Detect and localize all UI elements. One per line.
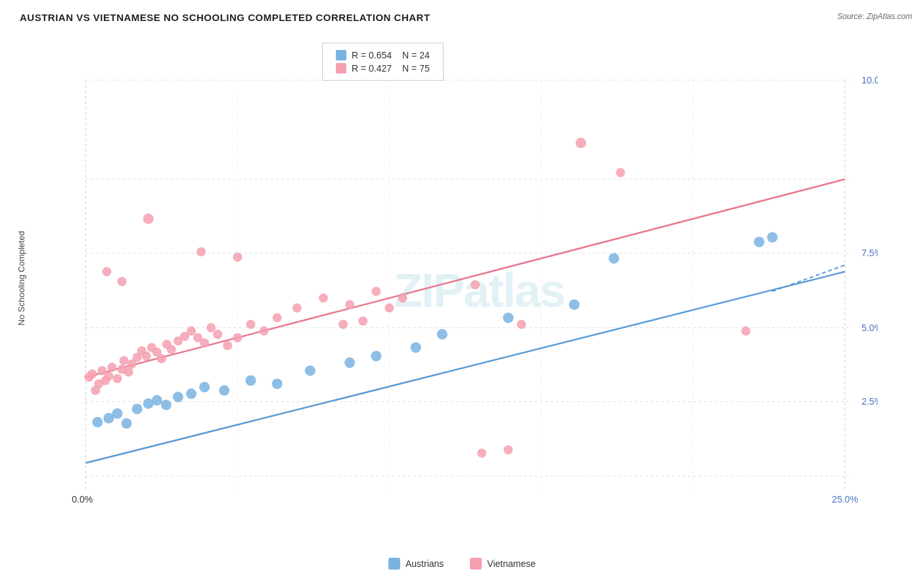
chart-svg: 10.0% 7.5% 5.0% 2.5% 0.0% 25.0% xyxy=(46,36,878,520)
svg-point-85 xyxy=(219,385,229,395)
svg-text:2.5%: 2.5% xyxy=(862,396,878,407)
svg-point-73 xyxy=(741,327,751,336)
svg-text:0.0%: 0.0% xyxy=(72,494,93,505)
svg-point-64 xyxy=(471,281,480,290)
svg-point-86 xyxy=(245,375,256,386)
svg-point-96 xyxy=(754,237,764,247)
svg-point-59 xyxy=(143,214,154,224)
svg-point-72 xyxy=(517,320,526,329)
svg-text:7.5%: 7.5% xyxy=(862,248,878,258)
svg-point-44 xyxy=(187,327,196,336)
svg-point-70 xyxy=(338,320,348,329)
svg-point-27 xyxy=(104,371,113,380)
svg-point-93 xyxy=(503,313,513,323)
svg-point-57 xyxy=(371,287,381,296)
svg-point-78 xyxy=(132,403,143,414)
svg-point-69 xyxy=(477,449,486,458)
svg-line-19 xyxy=(85,271,844,462)
svg-point-60 xyxy=(196,247,206,256)
austrians-label: Austrians xyxy=(405,558,444,569)
svg-point-39 xyxy=(157,354,166,363)
svg-point-22 xyxy=(87,369,97,378)
svg-point-49 xyxy=(223,341,232,350)
svg-point-62 xyxy=(576,137,586,148)
svg-point-46 xyxy=(200,338,209,348)
austrian-bottom-swatch xyxy=(388,558,400,570)
svg-point-31 xyxy=(120,356,129,365)
chart-area: 10.0% 7.5% 5.0% 2.5% 0.0% 25.0% xyxy=(46,36,878,520)
chart-title: AUSTRIAN VS VIETNAMESE NO SCHOOLING COMP… xyxy=(20,12,430,23)
svg-point-36 xyxy=(142,351,151,361)
svg-point-65 xyxy=(384,304,394,313)
svg-point-29 xyxy=(112,374,122,383)
svg-point-63 xyxy=(616,168,625,177)
svg-point-28 xyxy=(107,363,116,372)
svg-point-54 xyxy=(292,304,302,313)
svg-point-32 xyxy=(124,367,133,376)
svg-point-83 xyxy=(186,388,196,399)
svg-point-76 xyxy=(112,408,122,418)
svg-point-80 xyxy=(152,395,162,405)
svg-point-84 xyxy=(199,382,210,392)
svg-point-92 xyxy=(437,329,448,340)
svg-point-67 xyxy=(102,267,111,276)
svg-point-91 xyxy=(411,342,421,353)
svg-point-97 xyxy=(767,232,777,242)
svg-point-81 xyxy=(161,399,172,410)
svg-point-58 xyxy=(398,294,407,303)
svg-point-94 xyxy=(569,300,580,310)
svg-point-87 xyxy=(272,378,283,389)
svg-point-52 xyxy=(260,327,269,336)
svg-text:10.0%: 10.0% xyxy=(862,75,878,85)
svg-point-71 xyxy=(358,317,367,326)
svg-point-61 xyxy=(233,252,242,261)
svg-point-56 xyxy=(345,300,354,309)
svg-text:25.0%: 25.0% xyxy=(832,494,858,505)
y-axis-label: No Schooling Completed xyxy=(0,36,43,520)
svg-point-55 xyxy=(319,294,328,303)
svg-point-89 xyxy=(344,357,355,368)
svg-point-77 xyxy=(122,418,132,429)
svg-point-90 xyxy=(371,351,381,361)
legend-vietnamese: Vietnamese xyxy=(470,558,536,570)
bottom-legend: Austrians Vietnamese xyxy=(0,558,924,570)
svg-point-47 xyxy=(206,323,216,332)
svg-text:5.0%: 5.0% xyxy=(862,323,878,333)
svg-point-88 xyxy=(305,365,315,376)
source-label: Source: ZipAtlas.com xyxy=(837,12,912,21)
svg-point-66 xyxy=(118,277,127,286)
svg-point-51 xyxy=(246,320,255,329)
svg-point-53 xyxy=(273,313,282,323)
svg-point-50 xyxy=(233,333,242,342)
svg-line-18 xyxy=(85,179,844,377)
svg-point-74 xyxy=(92,417,103,428)
vietnamese-bottom-swatch xyxy=(470,558,482,570)
svg-point-48 xyxy=(213,330,222,339)
legend-austrians: Austrians xyxy=(388,558,444,570)
svg-point-41 xyxy=(167,345,176,354)
svg-point-95 xyxy=(609,253,619,263)
chart-container: AUSTRIAN VS VIETNAMESE NO SCHOOLING COMP… xyxy=(0,0,924,586)
svg-point-68 xyxy=(503,445,513,455)
vietnamese-label: Vietnamese xyxy=(487,558,536,569)
svg-point-82 xyxy=(173,392,183,402)
